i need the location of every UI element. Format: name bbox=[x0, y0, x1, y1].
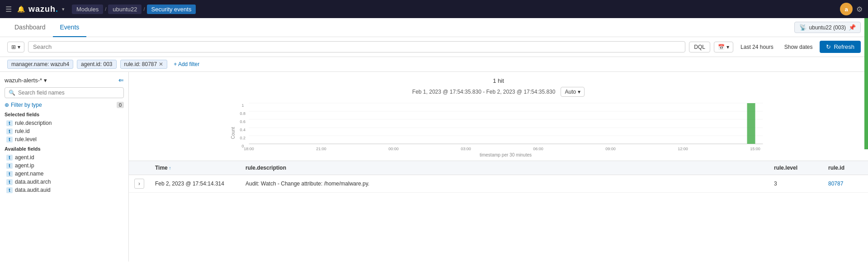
filter-tag-ruleid[interactable]: rule.id: 80787 ✕ bbox=[120, 60, 168, 69]
sidebar-search-input[interactable] bbox=[18, 90, 120, 96]
svg-text:0.2: 0.2 bbox=[240, 136, 246, 140]
breadcrumb-security-events[interactable]: Security events bbox=[147, 5, 196, 14]
field-agent-name[interactable]: t agent.name bbox=[5, 170, 124, 178]
chart-container: Count 0 0.2 0.4 0.6 0.8 1 bbox=[136, 99, 861, 159]
svg-text:09:00: 09:00 bbox=[605, 147, 616, 151]
col-expand bbox=[129, 161, 150, 175]
chart-header: 1 hit bbox=[136, 77, 861, 84]
table-header: Time rule.description rule.level rule.id bbox=[129, 161, 868, 175]
green-edge-bar bbox=[864, 18, 868, 149]
chart-svg: Count 0 0.2 0.4 0.6 0.8 1 bbox=[136, 99, 861, 157]
svg-text:00:00: 00:00 bbox=[388, 147, 399, 151]
sidebar-search-icon: 🔍 bbox=[9, 90, 15, 96]
field-name: rule.id bbox=[15, 128, 30, 134]
row-expand-button[interactable]: › bbox=[134, 179, 144, 189]
avatar[interactable]: a bbox=[840, 3, 853, 15]
field-data-audit-auid[interactable]: t data.audit.auid bbox=[5, 186, 124, 194]
add-filter-button[interactable]: + Add filter bbox=[171, 60, 202, 68]
field-data-audit-arch[interactable]: t data.audit.arch bbox=[5, 178, 124, 186]
filter-tag-agent[interactable]: agent.id: 003 bbox=[77, 60, 116, 69]
col-header-id[interactable]: rule.id bbox=[823, 161, 868, 175]
tab-events[interactable]: Events bbox=[53, 18, 87, 37]
col-header-time[interactable]: Time bbox=[150, 161, 240, 175]
field-name: agent.ip bbox=[15, 162, 34, 169]
field-name: rule.description bbox=[15, 120, 52, 126]
bell-icon[interactable]: 🔔 bbox=[17, 5, 25, 13]
available-fields-label: Available fields bbox=[5, 146, 124, 152]
row-expand-cell[interactable]: › bbox=[129, 175, 150, 193]
field-type-t: t bbox=[6, 128, 13, 134]
search-input-wrap[interactable] bbox=[28, 41, 685, 52]
results-area: 1 hit Feb 1, 2023 @ 17:54:35.830 - Feb 2… bbox=[129, 72, 868, 261]
ubuntu-badge: 📡 ubuntu22 (003) 📌 bbox=[794, 22, 861, 33]
hit-count: 1 hit bbox=[493, 77, 504, 84]
top-nav: ☰ 🔔 wazuh. ▾ Modules / ubuntu22 / Securi… bbox=[0, 0, 868, 18]
field-agent-id[interactable]: t agent.id bbox=[5, 153, 124, 162]
search-type-button[interactable]: ⊞ ▾ bbox=[7, 42, 24, 52]
svg-text:Count: Count bbox=[231, 127, 236, 139]
sidebar-search[interactable]: 🔍 bbox=[5, 87, 124, 98]
rule-id-link[interactable]: 80787 bbox=[828, 180, 843, 187]
filter-type-row: ⊕ Filter by type 0 bbox=[5, 102, 124, 108]
tab-dashboard[interactable]: Dashboard bbox=[7, 18, 53, 37]
sidebar-title-chevron[interactable]: ▾ bbox=[44, 77, 47, 84]
field-type-t: t bbox=[6, 137, 13, 142]
settings-icon[interactable]: ⚙ bbox=[856, 5, 863, 14]
search-input[interactable] bbox=[33, 43, 680, 50]
results-table: Time rule.description rule.level rule.id… bbox=[129, 161, 868, 193]
chart-section: 1 hit Feb 1, 2023 @ 17:54:35.830 - Feb 2… bbox=[129, 72, 868, 161]
field-rule-id[interactable]: t rule.id bbox=[5, 127, 124, 135]
svg-text:06:00: 06:00 bbox=[533, 147, 543, 151]
sidebar-collapse-button[interactable]: ⇐ bbox=[118, 76, 124, 84]
breadcrumb-modules[interactable]: Modules bbox=[72, 5, 103, 14]
filter-by-type-button[interactable]: ⊕ Filter by type bbox=[5, 102, 42, 108]
sidebar-header: wazuh-alerts-* ▾ ⇐ bbox=[5, 76, 124, 84]
logo-chevron-icon[interactable]: ▾ bbox=[62, 6, 65, 12]
breadcrumb: Modules / ubuntu22 / Security events bbox=[72, 5, 196, 14]
row-id[interactable]: 80787 bbox=[823, 175, 868, 193]
tabs: Dashboard Events bbox=[7, 18, 86, 37]
filter-type-count: 0 bbox=[117, 102, 124, 108]
breadcrumb-sep-2: / bbox=[143, 6, 145, 12]
refresh-icon: ↻ bbox=[826, 43, 831, 50]
field-agent-ip[interactable]: t agent.ip bbox=[5, 162, 124, 170]
filter-tag-manager[interactable]: manager.name: wazuh4 bbox=[7, 60, 73, 69]
svg-text:1: 1 bbox=[242, 103, 244, 108]
svg-text:0.6: 0.6 bbox=[240, 119, 246, 124]
tab-bar: Dashboard Events 📡 ubuntu22 (003) 📌 bbox=[0, 18, 868, 37]
svg-text:timestamp per 30 minutes: timestamp per 30 minutes bbox=[480, 152, 532, 157]
field-type-t: t bbox=[6, 155, 13, 161]
pin-icon: 📌 bbox=[849, 24, 856, 31]
filter-type-label: Filter by type bbox=[11, 102, 42, 108]
field-name: agent.name bbox=[15, 171, 43, 177]
hamburger-icon[interactable]: ☰ bbox=[5, 5, 12, 14]
col-header-description[interactable]: rule.description bbox=[240, 161, 769, 175]
field-name: agent.id bbox=[15, 154, 34, 161]
filter-tag-label-agent: agent.id: 003 bbox=[81, 61, 112, 67]
col-header-level[interactable]: rule.level bbox=[769, 161, 823, 175]
svg-text:21:00: 21:00 bbox=[316, 147, 326, 151]
refresh-button[interactable]: ↻ Refresh bbox=[820, 41, 861, 53]
show-dates-button[interactable]: Show dates bbox=[781, 42, 816, 52]
auto-select[interactable]: Auto ▾ bbox=[561, 87, 585, 97]
field-rule-level[interactable]: t rule.level bbox=[5, 135, 124, 143]
table-body: › Feb 2, 2023 @ 17:54:14.314 Audit: Watc… bbox=[129, 175, 868, 193]
calendar-icon: 📅 bbox=[718, 44, 725, 50]
calendar-button[interactable]: 📅 ▾ bbox=[714, 42, 733, 52]
breadcrumb-ubuntu22[interactable]: ubuntu22 bbox=[108, 5, 142, 14]
filter-remove-ruleid[interactable]: ✕ bbox=[159, 61, 163, 67]
date-range: Feb 1, 2023 @ 17:54:35.830 - Feb 2, 2023… bbox=[412, 89, 556, 95]
svg-text:18:00: 18:00 bbox=[244, 147, 254, 151]
svg-text:12:00: 12:00 bbox=[678, 147, 688, 151]
calendar-chevron: ▾ bbox=[726, 44, 729, 50]
table-row: › Feb 2, 2023 @ 17:54:14.314 Audit: Watc… bbox=[129, 175, 868, 193]
field-rule-description[interactable]: t rule.description bbox=[5, 119, 124, 127]
dql-button[interactable]: DQL bbox=[689, 42, 710, 52]
svg-text:0.8: 0.8 bbox=[240, 111, 246, 116]
field-name: data.audit.auid bbox=[15, 187, 51, 193]
sidebar-index-name: wazuh-alerts-* bbox=[5, 77, 42, 84]
wifi-icon: 📡 bbox=[799, 24, 807, 31]
filter-tag-label-ruleid: rule.id: 80787 bbox=[124, 61, 157, 67]
svg-rect-22 bbox=[747, 103, 755, 144]
field-type-t: t bbox=[6, 163, 13, 169]
